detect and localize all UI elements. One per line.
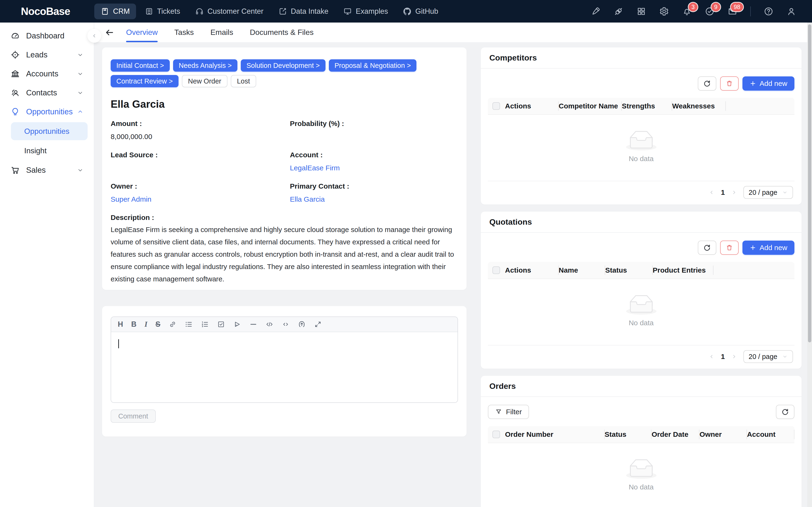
owner-link[interactable]: Super Admin: [111, 194, 290, 205]
menu-item-examples[interactable]: Examples: [337, 4, 394, 19]
user-menu-button[interactable]: [786, 6, 796, 16]
ordered-list-icon[interactable]: [201, 320, 209, 328]
page-size-select[interactable]: 20 / page: [744, 186, 793, 199]
sidebar-collapse-button[interactable]: [87, 29, 101, 43]
bold-icon[interactable]: B: [131, 320, 136, 329]
menu-item-data-intake[interactable]: Data Intake: [272, 4, 335, 19]
settings-center-button[interactable]: [636, 6, 646, 16]
no-data-text: No data: [481, 155, 802, 163]
admin-settings-button[interactable]: [659, 6, 669, 16]
page-size-select[interactable]: 20 / page: [744, 350, 793, 363]
lost-button[interactable]: Lost: [231, 75, 256, 87]
menu-item-crm[interactable]: CRM: [94, 4, 136, 19]
column-header-owner[interactable]: Owner: [699, 426, 747, 443]
menu-item-github[interactable]: GitHub: [397, 4, 444, 19]
scrollbar-track: [807, 22, 812, 507]
next-page-icon[interactable]: [731, 189, 737, 195]
account-link[interactable]: LegalEase Firm: [290, 163, 458, 173]
select-all-checkbox[interactable]: [493, 102, 500, 110]
stage-contract-review-button[interactable]: Contract Review >: [111, 75, 179, 87]
task-list-icon[interactable]: [217, 320, 225, 328]
refresh-button[interactable]: [698, 240, 716, 255]
sidebar-subitem-opportunities[interactable]: Opportunities: [11, 122, 88, 140]
column-header-account[interactable]: Account: [747, 426, 794, 443]
notifications-button[interactable]: 3: [682, 6, 692, 16]
column-header-status[interactable]: Status: [604, 426, 651, 443]
sidebar-item-accounts[interactable]: Accounts: [6, 65, 88, 82]
select-all-checkbox[interactable]: [493, 267, 500, 274]
scrollbar-thumb[interactable]: [808, 24, 811, 342]
stage-needs-analysis-button[interactable]: Needs Analysis >: [173, 59, 238, 72]
sidebar-item-leads[interactable]: Leads: [6, 46, 88, 63]
primary-contact-link[interactable]: Ella Garcia: [290, 194, 458, 205]
prev-page-icon[interactable]: [708, 353, 715, 360]
todos-button[interactable]: 9: [705, 6, 715, 16]
empty-box-icon: [626, 459, 657, 479]
upload-icon[interactable]: [298, 320, 306, 328]
tab-tasks[interactable]: Tasks: [174, 22, 194, 42]
column-header-order-date[interactable]: Order Date: [651, 426, 699, 443]
tab-emails[interactable]: Emails: [210, 22, 233, 42]
collapse-chevron-icon: [91, 33, 97, 39]
page-number[interactable]: 1: [721, 352, 725, 360]
column-header-actions[interactable]: Actions: [505, 98, 558, 115]
column-header-competitor-name[interactable]: Competitor Name: [558, 98, 621, 115]
delete-button[interactable]: [720, 76, 739, 91]
column-header-name[interactable]: Name: [558, 262, 605, 279]
help-button[interactable]: [764, 6, 773, 16]
column-header-weaknesses[interactable]: Weaknesses: [672, 98, 725, 115]
next-page-icon[interactable]: [731, 353, 737, 360]
horizontal-rule-icon[interactable]: [249, 320, 257, 328]
comment-input[interactable]: [111, 332, 458, 402]
add-new-button[interactable]: Add new: [743, 240, 795, 255]
add-new-label: Add new: [760, 244, 787, 252]
stage-initial-contact-button[interactable]: Initial Contact >: [111, 59, 170, 72]
column-header-product-entries[interactable]: Product Entries: [652, 262, 713, 279]
filter-button[interactable]: Filter: [488, 405, 529, 419]
column-header-order-number[interactable]: Order Number: [505, 426, 604, 443]
menu-item-customer-center[interactable]: Customer Center: [189, 4, 270, 19]
sidebar-item-sales[interactable]: Sales: [6, 162, 88, 179]
sidebar-item-opportunities[interactable]: Opportunities: [6, 103, 88, 120]
ui-editor-button[interactable]: [591, 6, 601, 16]
sidebar-item-contacts[interactable]: Contacts: [6, 84, 88, 101]
column-header-strengths[interactable]: Strengths: [621, 98, 672, 115]
italic-icon[interactable]: I: [145, 320, 147, 329]
heading-icon[interactable]: H: [118, 320, 123, 329]
column-header-actions[interactable]: Actions: [505, 262, 558, 279]
tab-documents-files[interactable]: Documents & Files: [250, 22, 314, 42]
new-order-button[interactable]: New Order: [182, 75, 227, 87]
select-all-checkbox[interactable]: [493, 431, 500, 438]
back-button[interactable]: [105, 28, 114, 37]
record-tabs: Overview Tasks Emails Documents & Files: [126, 22, 314, 42]
delete-button[interactable]: [720, 240, 739, 255]
refresh-button[interactable]: [776, 405, 795, 419]
stage-proposal-negotiation-button[interactable]: Proposal & Negotiation >: [329, 59, 417, 72]
sidebar-item-dashboard[interactable]: Dashboard: [6, 27, 88, 44]
link-icon[interactable]: [168, 320, 176, 328]
stage-solution-development-button[interactable]: Solution Development >: [241, 59, 325, 72]
add-new-button[interactable]: Add new: [743, 76, 795, 91]
bullet-list-icon[interactable]: [185, 320, 193, 328]
prev-page-icon[interactable]: [708, 189, 715, 195]
menu-item-label: Customer Center: [207, 7, 263, 16]
code-block-icon[interactable]: [265, 320, 273, 328]
refresh-button[interactable]: [698, 76, 716, 91]
sidebar-subitem-insight[interactable]: Insight: [11, 142, 88, 160]
strikethrough-icon[interactable]: S: [155, 320, 160, 329]
quote-icon[interactable]: [233, 320, 241, 328]
sidebar-item-label: Contacts: [26, 88, 57, 97]
column-header-status[interactable]: Status: [605, 262, 652, 279]
fullscreen-icon[interactable]: [314, 320, 322, 328]
comment-submit-button[interactable]: Comment: [111, 409, 156, 423]
menu-item-label: CRM: [113, 7, 130, 16]
section-header: Competitors: [481, 48, 802, 68]
page-number[interactable]: 1: [721, 188, 725, 196]
inline-code-icon[interactable]: [282, 320, 290, 328]
plugin-manager-button[interactable]: [613, 6, 623, 16]
menu-item-tickets[interactable]: Tickets: [139, 4, 186, 19]
tab-overview[interactable]: Overview: [126, 22, 158, 42]
orders-section: Orders Filter Order Number Status Order …: [481, 376, 802, 507]
messages-button[interactable]: 98: [727, 6, 738, 16]
app-logo[interactable]: NocoBase: [21, 5, 70, 17]
